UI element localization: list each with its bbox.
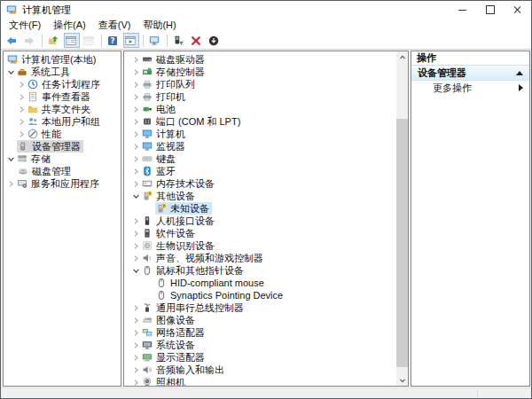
tree-item[interactable]: 键盘 [124,153,408,165]
tree-item[interactable]: 软件设备 [124,227,408,239]
chevron-down-icon[interactable] [6,67,16,77]
scrollbar-down-button[interactable] [396,374,408,386]
chevron-right-icon[interactable] [131,105,141,114]
tree-item[interactable]: 端口 (COM 和 LPT) [124,115,408,128]
navigate-back-button[interactable] [4,33,20,48]
tree-item[interactable]: 生物识别设备 [124,239,408,252]
chevron-right-icon[interactable] [17,129,27,139]
tree-item[interactable]: 音频输入和输出 [124,364,408,376]
chevron-right-icon[interactable] [17,80,27,90]
menu-action[interactable]: 操作(A) [47,19,92,32]
tree-item[interactable]: 性能 [4,128,121,140]
tree-item[interactable]: 系统工具 [4,66,121,78]
chevron-right-icon[interactable] [131,92,141,102]
chevron-right-icon[interactable] [131,365,141,375]
chevron-down-icon[interactable] [131,192,141,201]
toolbar-separator [42,35,43,47]
menu-file[interactable]: 文件(F) [3,19,47,32]
chevron-right-icon[interactable] [131,328,141,338]
chevron-right-icon[interactable] [131,129,141,139]
tree-item[interactable]: 图像设备 [124,314,408,326]
chevron-right-icon[interactable] [131,303,141,313]
tree-item[interactable]: 本地用户和组 [4,115,121,128]
tree-item[interactable]: 显示适配器 [124,351,408,364]
tree-item[interactable]: 蓝牙 [124,165,408,177]
menu-view[interactable]: 查看(V) [92,19,137,32]
chevron-right-icon[interactable] [131,67,141,77]
disable-device-button[interactable] [207,33,223,48]
tree-item[interactable]: 打印队列 [124,78,408,90]
tree-item[interactable]: Synaptics Pointing Device [124,289,408,301]
update-driver-button[interactable] [171,33,187,48]
chevron-right-icon[interactable] [131,340,141,350]
collapse-section-icon[interactable] [516,71,523,75]
minimize-button[interactable] [449,1,476,19]
help-button[interactable]: ? [106,33,121,48]
chevron-right-icon[interactable] [131,80,141,90]
uninstall-device-button[interactable] [189,33,205,48]
tree-item[interactable]: 人机接口设备 [124,215,408,227]
chevron-right-icon[interactable] [131,353,141,363]
action-pane-toggle-button[interactable] [123,33,139,48]
chevron-right-icon[interactable] [17,117,27,127]
actions-section-device-manager[interactable]: 设备管理器 [411,66,529,81]
tree-item-label: 本地用户和组 [41,115,101,128]
menu-help[interactable]: 帮助(H) [137,19,182,32]
navigate-forward-button[interactable] [22,33,38,48]
scrollbar-up-button[interactable] [396,51,408,63]
tree-item[interactable]: 事件查看器 [4,90,121,103]
tree-item[interactable]: 打印机 [124,90,408,103]
tree-item[interactable]: ?其他设备 [124,190,408,202]
chevron-right-icon[interactable] [131,229,141,239]
maximize-button[interactable] [476,1,504,19]
chevron-right-icon[interactable] [131,142,141,152]
tree-item[interactable]: 通用串行总线控制器 [124,301,408,314]
console-tree-toggle-button[interactable] [64,33,80,48]
tree-item[interactable]: 磁盘管理 [4,165,121,177]
tree-item[interactable]: ?未知设备 [124,202,408,215]
tree-item[interactable]: 照相机 [124,376,408,387]
tree-item[interactable]: 系统设备 [124,339,408,351]
chevron-right-icon[interactable] [131,117,141,127]
properties-button[interactable] [82,33,98,48]
tree-item[interactable]: 网络适配器 [124,326,408,339]
tree-item[interactable]: 监视器 [124,140,408,153]
chevron-right-icon[interactable] [131,241,141,251]
chevron-right-icon[interactable] [131,216,141,226]
chevron-right-icon[interactable] [131,316,141,325]
more-actions-item[interactable]: 更多操作 [411,81,529,95]
tree-item[interactable]: 计算机 [124,128,408,140]
tree-item[interactable]: 共享文件夹 [4,103,121,115]
chevron-right-icon[interactable] [131,55,141,65]
folder-up-button[interactable] [46,33,62,48]
tree-item[interactable]: 存储 [4,153,121,165]
chevron-right-icon[interactable] [6,179,16,189]
tree-item[interactable]: 声音、视频和游戏控制器 [124,252,408,264]
chevron-right-icon[interactable] [131,254,141,263]
software-device-icon [142,228,153,239]
chevron-down-icon[interactable] [6,154,16,164]
chevron-right-icon[interactable] [131,154,141,164]
tree-item[interactable]: 计算机管理(本地) [4,53,121,66]
tree-item[interactable]: 设备管理器 [4,140,121,153]
scan-hardware-button[interactable] [147,33,163,48]
tree-item[interactable]: 电池 [124,103,408,115]
vertical-scrollbar[interactable] [396,51,408,386]
tree-item[interactable]: 磁盘驱动器 [124,53,408,66]
chevron-right-icon[interactable] [131,378,141,387]
chevron-right-icon[interactable] [17,105,27,114]
tree-item-label: 打印机 [155,90,186,103]
close-button[interactable] [504,1,531,19]
tree-item[interactable]: 服务和应用程序 [4,177,121,190]
chevron-right-icon[interactable] [131,179,141,189]
chevron-right-icon[interactable] [131,167,141,176]
tree-item[interactable]: 存储控制器 [124,66,408,78]
chevron-down-icon[interactable] [131,266,141,276]
chevron-right-icon[interactable] [17,92,27,102]
tree-item[interactable]: 任务计划程序 [4,78,121,90]
tree-item[interactable]: HID-compliant mouse [124,277,408,289]
tree-item[interactable]: 内存技术设备 [124,177,408,190]
tree-item[interactable]: 鼠标和其他指针设备 [124,264,408,277]
folder-up-icon [48,35,59,46]
scrollbar-thumb[interactable] [396,119,408,367]
